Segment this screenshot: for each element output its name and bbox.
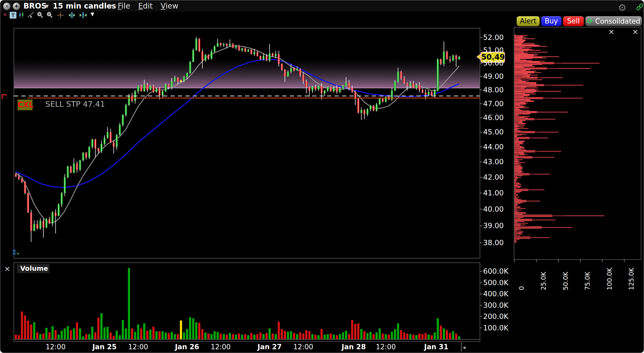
volume-bar: [388, 335, 390, 339]
profile-bar-shadow: [515, 48, 524, 48]
profile-bar-shadow: [515, 121, 519, 121]
volume-bar: [82, 336, 84, 339]
price-tick-label: 40.00: [483, 205, 504, 213]
price-tick-label: 38.00: [483, 239, 504, 247]
volume-bar: [348, 334, 350, 339]
profile-bar: [515, 159, 523, 160]
profile-bar-shadow: [515, 98, 552, 98]
volume-bar: [412, 335, 414, 339]
volume-bar: [171, 332, 173, 339]
volume-pane-close-icon[interactable]: ✕: [4, 266, 10, 273]
profile-bar: [515, 182, 519, 183]
profile-close-icon[interactable]: ✕: [608, 29, 614, 36]
cancel-order-button[interactable]: CXL: [18, 100, 32, 110]
profile-bar-shadow: [515, 106, 519, 106]
profile-bar-shadow: [515, 84, 531, 85]
profile-bar-shadow: [515, 151, 540, 151]
profile-bar: [515, 181, 516, 181]
profile-bar: [515, 48, 523, 48]
profile-bar: [515, 128, 529, 129]
profile-bar-shadow: [515, 51, 519, 52]
profile-bar-shadow: [515, 156, 517, 156]
volume-bar: [259, 333, 262, 339]
volume-bar: [94, 333, 96, 339]
pane-border: [14, 263, 480, 342]
volume-tick-label: 500.0K: [483, 278, 508, 287]
profile-bar: [515, 73, 534, 73]
profile-bar: [515, 169, 523, 169]
profile-bar-shadow: [515, 36, 519, 36]
profile-bar-shadow: [515, 97, 520, 97]
volume-bar: [299, 333, 301, 339]
candlestick-chart[interactable]: [1, 1, 644, 353]
profile-bar-shadow: [515, 198, 516, 198]
profile-bar: [515, 136, 517, 137]
profile-bar: [515, 144, 520, 145]
profile-bar-shadow: [515, 42, 520, 42]
volume-bar: [125, 329, 127, 339]
profile-bar-shadow: [515, 144, 519, 144]
profile-bar: [515, 44, 535, 45]
profile-bar-shadow: [515, 195, 516, 195]
profile-bar-shadow: [515, 68, 556, 69]
profile-bar-shadow: [515, 232, 519, 233]
profile-bar-shadow: [515, 38, 519, 38]
profile-bar: [515, 212, 526, 213]
volume-bar: [391, 332, 393, 339]
volume-tick-label: 400.0K: [483, 290, 508, 298]
profile-bar-shadow: [515, 243, 515, 243]
price-tick-label: 49.00: [483, 72, 504, 80]
profile-bar: [515, 142, 523, 143]
profile-bar: [515, 162, 519, 162]
profile-bar: [515, 125, 525, 126]
volume-bar: [207, 334, 210, 339]
time-tick-label: Jan 27: [258, 343, 282, 351]
volume-pane-title: Volume: [17, 264, 50, 273]
profile-bar: [515, 171, 522, 171]
time-tick-label: 12:00: [211, 343, 231, 351]
price-tick-label: 43.00: [483, 158, 504, 166]
volume-bar: [452, 331, 454, 339]
volume-bar: [30, 325, 32, 339]
profile-bar: [515, 79, 521, 79]
profile-bar-shadow: [515, 193, 515, 193]
profile-bar: [515, 56, 533, 56]
order-line-label[interactable]: SELL STP 47.41: [45, 100, 105, 109]
profile-bar-shadow: [515, 194, 516, 194]
volume-bar: [317, 335, 320, 339]
volume-bar: [357, 323, 359, 339]
volume-bar: [437, 318, 439, 339]
profile-bar: [515, 60, 526, 60]
profile-bar-shadow: [515, 46, 532, 47]
profile-bar: [515, 86, 536, 87]
profile-tick-label: 25.0K: [540, 264, 547, 290]
panel-close-icon[interactable]: ✕: [632, 29, 638, 36]
price-tick-label: 47.00: [483, 100, 504, 108]
profile-bar: [515, 225, 521, 226]
volume-bar: [425, 333, 427, 339]
profile-bar-shadow: [515, 42, 519, 43]
profile-bar-shadow: [515, 164, 517, 164]
profile-tick-label: 100.0K: [606, 264, 613, 290]
volume-bar: [382, 334, 384, 339]
volume-bar: [272, 334, 274, 339]
price-scale-arrow-icon[interactable]: ◂: [17, 251, 19, 256]
volume-bar: [183, 333, 185, 339]
time-tick-label: 12:00: [293, 343, 313, 351]
profile-bar-shadow: [515, 155, 520, 155]
order-line-handle[interactable]: [2, 94, 7, 99]
profile-bar: [515, 40, 526, 41]
profile-bar: [515, 117, 528, 118]
scroll-left-icon[interactable]: ◂: [463, 344, 466, 351]
profile-bar-shadow: [515, 116, 517, 116]
profile-bar: [515, 238, 530, 239]
profile-bar: [515, 99, 530, 100]
profile-bar: [515, 54, 534, 55]
volume-bar: [266, 333, 268, 339]
profile-bar: [515, 58, 547, 58]
volume-bar: [440, 326, 442, 339]
profile-bar-shadow: [515, 77, 527, 77]
profile-bar: [515, 185, 518, 185]
profile-bar: [515, 143, 523, 143]
profile-bar-shadow: [515, 150, 521, 150]
